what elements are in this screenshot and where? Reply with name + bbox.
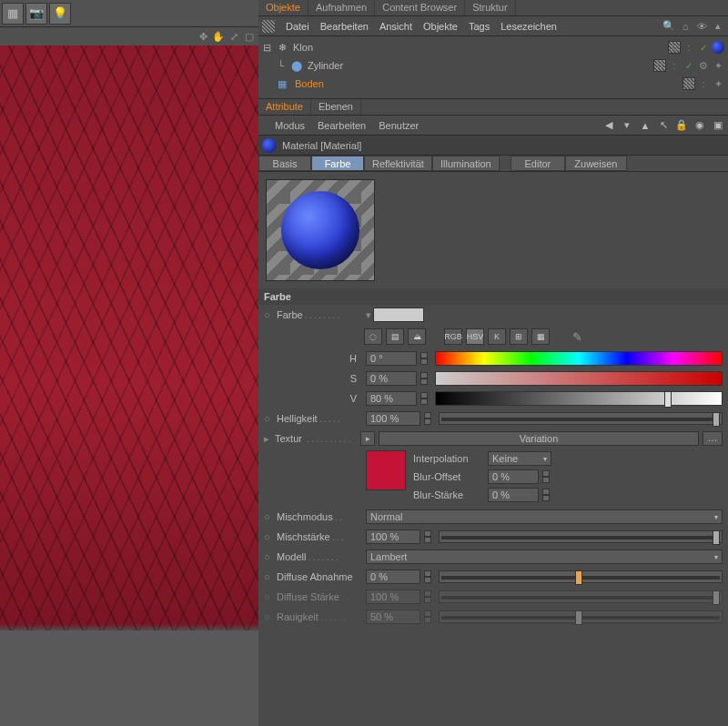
new-icon[interactable]: ▣: [712, 119, 724, 132]
helligkeit-field[interactable]: 100 %: [366, 411, 420, 426]
vis-flag[interactable]: :: [697, 77, 710, 90]
diffab-slider[interactable]: [439, 570, 723, 583]
channel-basis[interactable]: Basis: [258, 156, 311, 171]
mischmodus-dropdown[interactable]: Normal▾: [366, 509, 723, 524]
grip-icon[interactable]: [262, 20, 275, 33]
blur-offset-field[interactable]: 0 %: [488, 469, 539, 484]
tab-ebenen[interactable]: Ebenen: [311, 99, 361, 115]
tab-struktur[interactable]: Struktur: [465, 0, 516, 15]
enable-flag[interactable]: ✓: [682, 59, 695, 72]
history-dd-icon[interactable]: ▾: [621, 119, 633, 132]
texture-browse-button[interactable]: …: [703, 431, 723, 446]
tab-attribute[interactable]: Attribute: [258, 99, 311, 115]
keyframe-bullet[interactable]: ○: [264, 309, 273, 320]
phong-tag-icon[interactable]: ⚙: [697, 59, 710, 72]
viewport-canvas[interactable]: [0, 45, 258, 726]
channel-editor[interactable]: Editor: [511, 156, 565, 171]
spin-down-icon[interactable]: [420, 358, 428, 365]
spin-up-icon[interactable]: [420, 352, 428, 358]
expand-icon[interactable]: ⊟: [262, 42, 271, 54]
menu-lesezeichen[interactable]: Lesezeichen: [500, 21, 557, 32]
object-row-boden[interactable]: ▦ Boden : ✦: [262, 75, 724, 93]
expand-icon[interactable]: ▸: [264, 433, 271, 445]
spin-down-icon[interactable]: [420, 378, 428, 385]
enable-flag[interactable]: ✓: [697, 41, 710, 54]
light-icon[interactable]: 💡: [49, 3, 71, 25]
spin-down-icon[interactable]: [424, 418, 431, 425]
sat-slider[interactable]: [435, 371, 723, 386]
blur-strength-field[interactable]: 0 %: [488, 488, 539, 502]
layer-flag[interactable]: [653, 59, 666, 72]
channel-reflekt[interactable]: Reflektivität: [364, 156, 432, 171]
spin-down-icon[interactable]: [542, 477, 550, 483]
spin-up-icon[interactable]: [424, 412, 431, 418]
menu-datei[interactable]: Datei: [286, 21, 309, 32]
layer-flag[interactable]: [682, 77, 695, 90]
tab-content-browser[interactable]: Content Browser: [375, 0, 465, 15]
menu-tags[interactable]: Tags: [469, 21, 490, 32]
tag-icon[interactable]: ✦: [712, 77, 724, 90]
diffab-field[interactable]: 0 %: [366, 570, 420, 584]
channel-zuweisen[interactable]: Zuweisen: [565, 156, 627, 171]
k-mode-button[interactable]: K: [488, 328, 506, 345]
sat-field[interactable]: 0 %: [366, 371, 417, 386]
search-icon[interactable]: 🔍: [662, 20, 675, 33]
eye-icon[interactable]: 👁: [695, 20, 708, 33]
target-icon[interactable]: ◉: [693, 119, 706, 132]
hand-icon[interactable]: ✋: [212, 30, 225, 43]
spin-down-icon[interactable]: [424, 577, 431, 583]
menu-objekte[interactable]: Objekte: [423, 21, 458, 32]
picture-icon[interactable]: ⛰: [408, 328, 426, 345]
rgb-mode-button[interactable]: RGB: [444, 328, 462, 345]
channel-illum[interactable]: Illumination: [432, 156, 500, 171]
vis-flag[interactable]: :: [682, 41, 695, 54]
spectrum-icon[interactable]: ▤: [386, 328, 404, 345]
funnel-icon[interactable]: ▴: [712, 20, 724, 33]
modell-dropdown[interactable]: Lambert▾: [366, 550, 723, 564]
grid-icon[interactable]: ▦: [531, 328, 550, 345]
hue-field[interactable]: 0 °: [366, 351, 417, 366]
frame-icon[interactable]: ▢: [243, 30, 256, 43]
object-row-klon[interactable]: ⊟ ❄ Klon : ✓: [262, 38, 724, 56]
keyframe-bullet[interactable]: ○: [264, 511, 273, 522]
dd-tri-icon[interactable]: ▾: [366, 309, 369, 321]
zoom-icon[interactable]: ⤢: [228, 30, 240, 43]
keyframe-bullet[interactable]: ○: [264, 413, 273, 424]
swatches-icon[interactable]: ⊞: [510, 328, 528, 345]
texture-menu-button[interactable]: ▸: [360, 431, 375, 446]
material-tag-icon[interactable]: [712, 41, 724, 54]
menu-ansicht[interactable]: Ansicht: [379, 21, 412, 32]
tag-icon[interactable]: ✦: [712, 59, 724, 72]
spin-up-icon[interactable]: [424, 530, 431, 537]
keyframe-bullet[interactable]: ○: [264, 571, 273, 582]
nav-icon[interactable]: ↖: [657, 119, 670, 132]
back-icon[interactable]: ◀: [602, 119, 615, 132]
helligkeit-slider[interactable]: [439, 412, 723, 425]
spin-down-icon[interactable]: [424, 537, 431, 543]
lock-icon[interactable]: 🔒: [675, 119, 688, 132]
menu-bearbeiten[interactable]: Bearbeiten: [320, 21, 369, 32]
spin-down-icon[interactable]: [420, 398, 428, 405]
menu-benutzer[interactable]: Benutzer: [379, 120, 419, 131]
spin-up-icon[interactable]: [542, 470, 550, 477]
picker-icon[interactable]: ✎: [568, 328, 586, 345]
move-icon[interactable]: ✥: [197, 30, 209, 43]
texture-swatch[interactable]: [366, 450, 406, 490]
mischstaerke-slider[interactable]: [439, 530, 723, 543]
home-icon[interactable]: ⌂: [679, 20, 692, 33]
tab-aufnahmen[interactable]: Aufnahmen: [308, 0, 375, 15]
keyframe-bullet[interactable]: ○: [264, 551, 273, 562]
mischstaerke-field[interactable]: 100 %: [366, 529, 420, 544]
hsv-mode-button[interactable]: HSV: [466, 328, 484, 345]
color-swatch[interactable]: [373, 308, 424, 322]
spin-up-icon[interactable]: [424, 570, 431, 577]
camera-icon[interactable]: 📷: [25, 3, 47, 25]
hue-slider[interactable]: [435, 351, 723, 366]
keyframe-bullet[interactable]: ○: [264, 531, 273, 542]
spin-up-icon[interactable]: [420, 372, 428, 378]
channel-farbe[interactable]: Farbe: [311, 156, 364, 171]
layer-flag[interactable]: [668, 41, 681, 54]
vis-flag[interactable]: :: [668, 59, 681, 72]
interp-dropdown[interactable]: Keine▾: [488, 451, 551, 466]
object-row-zylinder[interactable]: └ ⬤ Zylinder : ✓ ⚙ ✦: [262, 56, 724, 75]
